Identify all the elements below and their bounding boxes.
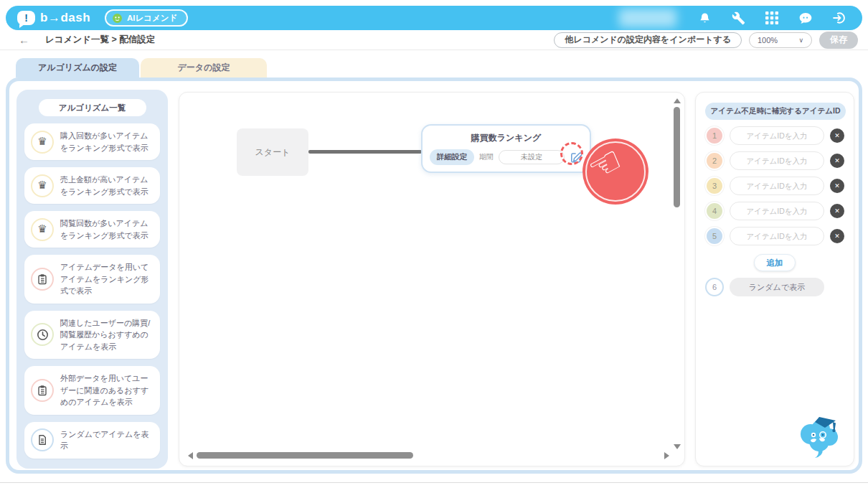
add-row-button[interactable]: 追加 <box>754 254 796 271</box>
chevron-down-icon: ∨ <box>798 37 803 44</box>
zoom-value: 100% <box>758 36 778 44</box>
save-button[interactable]: 保存 <box>819 32 858 49</box>
breadcrumb[interactable]: レコメンド一覧 > 配信設定 <box>45 34 155 46</box>
fallback-row-2: 2 ✕ <box>705 151 844 170</box>
row-number-badge: 4 <box>705 202 724 220</box>
click-here-annotation: ☜ <box>582 139 648 205</box>
item-id-input-3[interactable] <box>730 177 824 195</box>
apps-grid-icon[interactable] <box>765 11 779 25</box>
app-header: ! b→dash AIレコメンド <box>6 6 862 30</box>
scroll-up-arrow[interactable] <box>674 98 681 103</box>
clock-icon <box>31 323 54 346</box>
random-display-label: ランダムで表示 <box>730 278 824 296</box>
ranking-node-title: 購買数ランキング <box>423 132 590 144</box>
logout-icon[interactable] <box>832 11 846 25</box>
main-content: アルゴリズム一覧 ♛ 購入回数が多いアイテムをランキング形式で表示 ♛ 売上金額… <box>6 78 862 474</box>
fallback-item-panel: アイテム不足時に補完するアイテムID 1 ✕ 2 ✕ 3 ✕ 4 ✕ 5 ✕ 追… <box>695 92 854 466</box>
import-settings-button[interactable]: 他レコメンドの設定内容をインポートする <box>554 32 742 48</box>
fallback-row-random: 6 ランダムで表示 <box>705 278 844 296</box>
start-node[interactable]: スタート <box>237 128 308 176</box>
ranking-node[interactable]: 購買数ランキング 詳細設定 期間 未設定 <box>421 124 591 173</box>
detail-settings-button[interactable]: 詳細設定 <box>430 149 474 165</box>
row-number-badge: 5 <box>705 227 724 245</box>
logo-text: b→dash <box>40 11 90 25</box>
item-id-input-5[interactable] <box>730 227 824 245</box>
row-number-badge: 2 <box>705 151 724 170</box>
page-bottom-divider <box>0 482 868 483</box>
edit-icon[interactable] <box>570 151 582 164</box>
ai-recommend-badge[interactable]: AIレコメンド <box>105 9 188 27</box>
remove-row-icon[interactable]: ✕ <box>830 128 844 143</box>
crown-icon: ♛ <box>31 218 54 241</box>
row-number-badge: 3 <box>705 177 724 195</box>
algorithm-list-title: アルゴリズム一覧 <box>39 99 146 116</box>
bdash-logo[interactable]: ! b→dash <box>17 11 90 25</box>
vertical-scrollbar-thumb[interactable] <box>674 107 680 207</box>
support-chat-icon[interactable] <box>798 11 813 25</box>
node-connector <box>308 150 422 154</box>
scroll-right-arrow[interactable] <box>664 452 669 459</box>
zoom-select[interactable]: 100% ∨ <box>749 32 812 48</box>
ai-badge-label: AIレコメンド <box>127 13 177 24</box>
document-icon <box>31 428 54 451</box>
row-number-badge: 1 <box>705 126 724 145</box>
item-id-input-2[interactable] <box>730 151 824 170</box>
logo-bubble-icon: ! <box>17 11 35 25</box>
fallback-row-3: 3 ✕ <box>705 177 844 195</box>
settings-wrench-icon[interactable] <box>731 11 745 25</box>
crown-icon: ♛ <box>31 131 54 154</box>
fallback-row-4: 4 ✕ <box>705 202 844 220</box>
fallback-row-5: 5 ✕ <box>705 227 844 245</box>
algorithm-item-item-data[interactable]: アイテムデータを用いてアイテムをランキング形式で表示 <box>24 255 160 304</box>
clipboard-icon <box>31 268 54 291</box>
notification-bell-icon[interactable] <box>697 11 712 25</box>
algorithm-item-user-history[interactable]: 関連したユーザーの購買/閲覧履歴からおすすめのアイテムを表示 <box>24 311 160 360</box>
algorithm-item-sales-amount[interactable]: ♛ 売上金額が高いアイテムをランキング形式で表示 <box>24 167 160 204</box>
horizontal-scrollbar-thumb[interactable] <box>197 452 413 459</box>
ai-mascot-character <box>792 408 846 461</box>
fallback-row-1: 1 ✕ <box>705 126 844 145</box>
scroll-down-arrow[interactable] <box>674 444 681 449</box>
remove-row-icon[interactable]: ✕ <box>830 204 844 218</box>
item-id-input-4[interactable] <box>730 202 824 220</box>
back-arrow-icon[interactable]: ← <box>19 34 29 46</box>
scroll-left-arrow[interactable] <box>188 452 193 459</box>
algorithm-item-view-count[interactable]: ♛ 閲覧回数が多いアイテムをランキング形式で表示 <box>24 211 160 248</box>
algorithm-item-purchase-count[interactable]: ♛ 購入回数が多いアイテムをランキング形式で表示 <box>24 123 160 160</box>
algorithm-item-external-data[interactable]: 外部データを用いてユーザーに関連のあるおすすめのアイテムを表示 <box>24 366 160 415</box>
fallback-panel-title: アイテム不足時に補完するアイテムID <box>705 103 846 120</box>
tab-algorithm-settings[interactable]: アルゴリズムの設定 <box>16 58 139 78</box>
remove-row-icon[interactable]: ✕ <box>830 154 844 168</box>
item-id-input-1[interactable] <box>730 126 824 145</box>
crown-icon: ♛ <box>31 174 54 197</box>
period-label: 期間 <box>479 152 494 162</box>
flow-canvas[interactable]: スタート 購買数ランキング 詳細設定 期間 未設定 ☜ <box>179 92 685 466</box>
user-account-blurred[interactable] <box>619 9 676 27</box>
row-number-badge: 6 <box>705 278 724 296</box>
algorithm-list-panel: アルゴリズム一覧 ♛ 購入回数が多いアイテムをランキング形式で表示 ♛ 売上金額… <box>16 90 168 469</box>
remove-row-icon[interactable]: ✕ <box>830 179 844 193</box>
ai-mascot-icon <box>112 13 123 24</box>
period-value-field[interactable]: 未設定 <box>499 150 565 164</box>
toolbar: ← レコメンド一覧 > 配信設定 他レコメンドの設定内容をインポートする 100… <box>0 30 868 50</box>
algorithm-item-random[interactable]: ランダムでアイテムを表示 <box>24 422 160 459</box>
remove-row-icon[interactable]: ✕ <box>830 229 844 243</box>
clipboard-icon <box>31 379 54 402</box>
tab-data-settings[interactable]: データの設定 <box>141 58 267 78</box>
